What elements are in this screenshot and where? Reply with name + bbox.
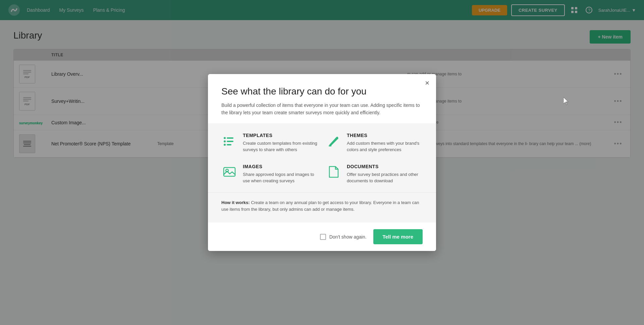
- howto-body: Create a team on any annual plan to get …: [221, 200, 419, 212]
- feature-themes-desc: Add custom themes with your brand's colo…: [347, 140, 423, 153]
- dont-show-label[interactable]: Don't show again.: [320, 234, 367, 240]
- modal-footer: Don't show again. Tell me more: [208, 222, 436, 251]
- dont-show-text: Don't show again.: [329, 234, 367, 240]
- feature-themes-content: THEMES Add custom themes with your brand…: [347, 133, 423, 153]
- templates-icon: [221, 133, 237, 149]
- modal-dialog: × See what the library can do for you Bu…: [208, 74, 436, 251]
- themes-icon: [325, 133, 341, 149]
- feature-images-title: IMAGES: [243, 164, 319, 169]
- modal-features: TEMPLATES Create custom templates from e…: [208, 123, 436, 192]
- feature-templates: TEMPLATES Create custom templates from e…: [221, 133, 319, 153]
- modal-subtitle: Build a powerful collection of items tha…: [221, 102, 423, 117]
- feature-documents-desc: Offer survey best practices and other do…: [347, 171, 423, 184]
- modal-header: See what the library can do for you Buil…: [208, 74, 436, 123]
- svg-rect-10: [227, 141, 233, 142]
- feature-themes-title: THEMES: [347, 133, 423, 138]
- svg-rect-8: [227, 137, 233, 139]
- svg-point-7: [224, 137, 226, 139]
- svg-point-9: [224, 140, 226, 142]
- modal-overlay[interactable]: × See what the library can do for you Bu…: [0, 0, 644, 325]
- svg-rect-14: [224, 168, 235, 176]
- documents-icon: [325, 164, 341, 180]
- feature-templates-content: TEMPLATES Create custom templates from e…: [243, 133, 319, 153]
- dont-show-checkbox[interactable]: [320, 234, 326, 240]
- howto-label: How it works:: [221, 200, 250, 205]
- howto-text: How it works: Create a team on any annua…: [221, 199, 423, 213]
- svg-rect-12: [227, 144, 231, 145]
- feature-documents-content: DOCUMENTS Offer survey best practices an…: [347, 164, 423, 184]
- close-button[interactable]: ×: [425, 79, 429, 87]
- feature-documents-title: DOCUMENTS: [347, 164, 423, 169]
- feature-images: IMAGES Share approved logos and images t…: [221, 164, 319, 184]
- svg-point-11: [224, 144, 226, 146]
- images-icon: [221, 164, 237, 180]
- feature-templates-title: TEMPLATES: [243, 133, 319, 138]
- feature-images-desc: Share approved logos and images to use w…: [243, 171, 319, 184]
- svg-rect-13: [329, 145, 331, 146]
- tell-me-more-button[interactable]: Tell me more: [373, 229, 423, 244]
- feature-themes: THEMES Add custom themes with your brand…: [325, 133, 423, 153]
- feature-documents: DOCUMENTS Offer survey best practices an…: [325, 164, 423, 184]
- modal-title: See what the library can do for you: [221, 86, 423, 97]
- modal-howto: How it works: Create a team on any annua…: [208, 192, 436, 223]
- feature-templates-desc: Create custom templates from existing su…: [243, 140, 319, 153]
- feature-images-content: IMAGES Share approved logos and images t…: [243, 164, 319, 184]
